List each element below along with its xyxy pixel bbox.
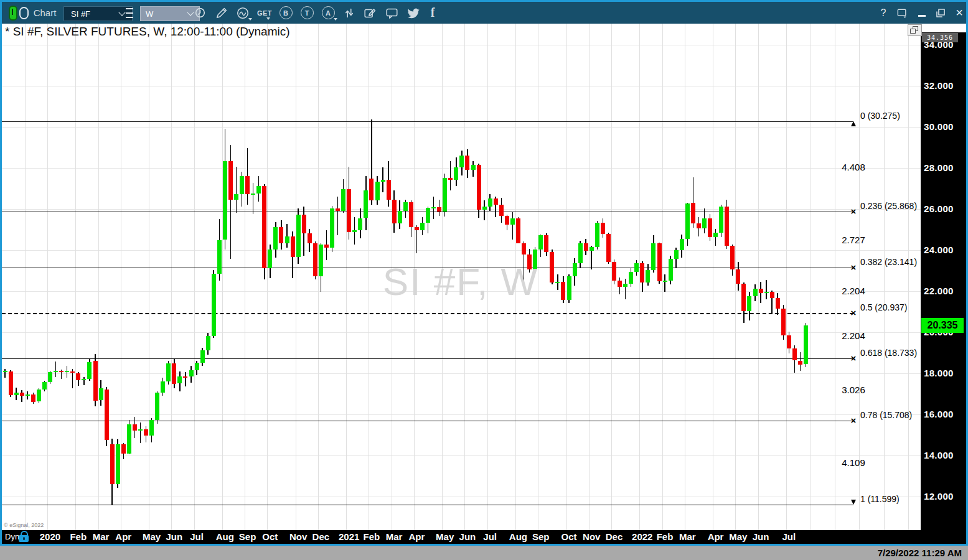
time-axis-label: Apr [708,530,724,544]
time-axis-label: Jun [459,530,476,544]
time-axis-label: Dec [606,530,623,544]
time-template-icon[interactable] [194,2,206,24]
time-axis-label: May [143,530,161,544]
time-axis[interactable]: 2020FebMarAprMayJunJulAugSepOctNovDec202… [2,530,966,544]
help-button[interactable]: ? [876,2,890,24]
time-axis-label: Aug [216,530,234,544]
time-axis-label: Feb [70,530,87,544]
bar-type-icon[interactable]: B [278,2,293,24]
time-axis-label: Mar [679,530,696,544]
draw-pencil-icon[interactable] [214,2,229,24]
price-axis-label: 18.000 [924,368,954,378]
dropdown-arrow-icon [248,18,252,21]
dropdown-arrow-icon [334,18,337,21]
facebook-icon[interactable]: f [426,2,439,24]
price-axis-label: 28.000 [924,162,954,173]
time-axis-label: Jun [753,530,769,544]
text-note-icon[interactable]: T [299,2,314,24]
time-axis-label: Oct [561,530,576,544]
price-axis-label: 22.000 [924,286,954,296]
time-axis-label: Nov [289,530,307,544]
symbol-menu-icon[interactable] [125,2,134,24]
restore-button[interactable] [934,2,947,24]
time-axis-label: Apr [115,530,131,544]
link-pill-icon [9,6,17,21]
chevron-down-icon [187,9,194,16]
time-axis-label: Mar [386,530,403,544]
symbol-link-indicator[interactable] [9,2,29,24]
price-axis-label: 32.000 [924,80,954,91]
window-border [0,0,2,546]
trend-tools-icon[interactable] [235,2,250,24]
dynamic-mode-label: Dyn [5,530,19,544]
time-axis-label: Oct [262,530,278,544]
close-button[interactable]: × [952,2,966,24]
price-axis-label: 24.000 [924,245,954,255]
interval-value: W [146,9,153,19]
window-menu-icon[interactable] [895,2,909,24]
time-axis-label: May [436,530,454,544]
window-border [0,0,968,2]
time-axis-label: Aug [509,530,527,544]
time-axis-label: May [729,530,747,544]
chart-title: * SI #F, SILVER FUTURES, W, 12:00-11:00 … [5,25,290,39]
annotation-icon[interactable]: A [321,2,336,24]
price-axis-label: 26.000 [924,203,954,214]
time-axis-label: Jul [190,530,204,544]
time-axis-label: Feb [657,530,674,544]
time-axis-label: Sep [239,530,256,544]
price-axis-label: 30.000 [924,121,954,132]
compose-note-icon[interactable] [362,2,377,24]
symbol-value: SI #F [71,9,90,19]
price-axis-label: 16.000 [924,409,954,419]
lock-icon[interactable] [19,531,30,543]
time-axis-label: 2022 [632,530,652,544]
time-axis-label: Mar [93,530,110,544]
time-axis-label: 2021 [339,530,359,544]
copyright-label: © eSignal, 2022 [4,522,44,528]
price-axis[interactable]: 34.00032.00030.00028.00026.00024.00022.0… [921,32,966,530]
symbol-dropdown[interactable]: SI #F [63,6,133,21]
time-axis-label: Feb [364,530,380,544]
price-axis-label: 14.000 [924,450,954,460]
chart-restore-button[interactable] [908,24,922,36]
main-toolbar: Chart SI #F W GET [2,2,966,24]
time-axis-label: Sep [532,530,550,544]
chat-bubble-icon[interactable] [383,2,400,24]
clock-timestamp: 7/29/2022 11:29 AM [878,546,962,560]
link-ring-icon [19,7,29,19]
price-axis-label: 12.000 [924,491,954,502]
time-axis-label: Jun [166,530,182,544]
last-price-badge: 20.335 [921,318,964,333]
time-axis-label: Apr [408,530,425,544]
twitter-icon[interactable] [405,2,421,24]
window-border [0,544,968,546]
chart-window-label: Chart [29,2,60,24]
status-bar: 7/29/2022 11:29 AM [0,546,968,560]
symbol-watermark: SI #F, W [383,259,538,304]
minimize-button[interactable] [916,2,928,24]
dropdown-arrow-icon [266,17,270,20]
time-axis-label: Dec [312,530,330,544]
time-axis-label: 2020 [40,530,60,544]
app-window: Chart SI #F W GET [0,0,968,560]
sort-arrows-icon[interactable] [342,2,357,24]
time-axis-label: Jul [483,530,497,544]
restore-icon [910,29,916,34]
time-axis-label: Nov [583,530,600,544]
get-quotes-icon[interactable]: GET [256,2,273,24]
upper-reference-price-label: 34.356 [922,33,958,42]
interval-dropdown[interactable]: W [140,6,200,21]
time-axis-label: Jul [782,530,796,544]
